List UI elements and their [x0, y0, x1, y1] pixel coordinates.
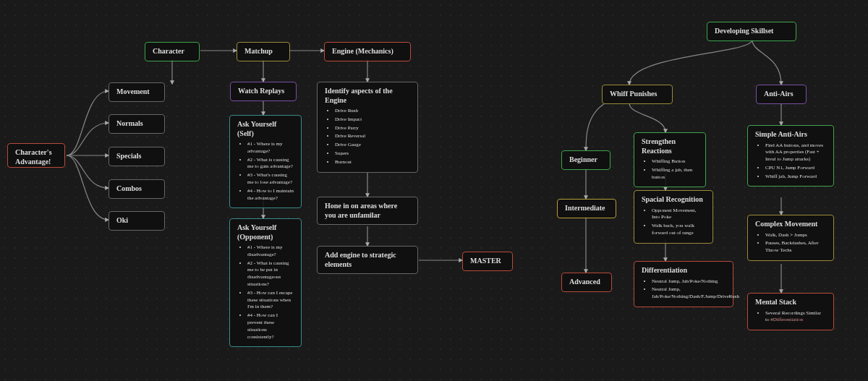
movement-node[interactable]: Movement	[109, 82, 165, 102]
normals-node[interactable]: Normals	[109, 114, 165, 134]
hone-node[interactable]: Hone in on areas where you are unfamilar	[317, 197, 418, 225]
spacial-node[interactable]: Spacial Recognition Opponent Movement, I…	[634, 190, 713, 244]
intermediate-node[interactable]: Intermediate	[557, 199, 616, 218]
character-node[interactable]: Character	[145, 42, 200, 61]
mental-stack-list: Several Recordings Similar to #Different…	[755, 310, 826, 325]
beginner-node[interactable]: Beginner	[561, 150, 610, 170]
ask-opp-list: #1 - Where is my disadvantage? #2 - What…	[237, 244, 294, 341]
complex-move-list: Walk, Dash > Jumps Pauses, Backdashes, A…	[755, 232, 826, 254]
add-engine-node[interactable]: Add engine to strategic elements	[317, 246, 418, 274]
strengthen-title: Strengthen Reactions	[642, 137, 698, 155]
differentiation-node[interactable]: Differentiation Neutral Jump, Jab/Poke/N…	[634, 261, 733, 307]
watch-replays-node[interactable]: Watch Replays	[230, 82, 297, 101]
mental-stack-link[interactable]: #Differentiation	[770, 317, 803, 322]
ask-self-list: #1 - Where is my advantage? #2 - What is…	[237, 141, 294, 202]
engine-node[interactable]: Engine (Mechanics)	[324, 42, 411, 61]
strengthen-list: Whiffing Button Whiffing a jab, then but…	[642, 158, 698, 181]
simple-aa-title: Simple Anti-Airs	[755, 130, 826, 140]
spacial-list: Opponent Movement, Into Poke Walk back, …	[642, 207, 705, 237]
master-node[interactable]: MASTER	[462, 252, 513, 271]
complex-move-node[interactable]: Complex Movement Walk, Dash > Jumps Paus…	[747, 215, 834, 261]
skillset-node[interactable]: Developing Skillset	[707, 22, 796, 41]
identify-engine-node[interactable]: Identify aspects of the Engine Drive Rus…	[317, 82, 418, 173]
mental-stack-node[interactable]: Mental Stack Several Recordings Similar …	[747, 293, 834, 330]
matchup-node[interactable]: Matchup	[237, 42, 290, 61]
whiff-node[interactable]: Whiff Punishes	[602, 85, 673, 104]
identify-engine-list: Drive Rush Drive Impact Drive Parry Driv…	[325, 108, 410, 166]
spacial-title: Spacial Recognition	[642, 195, 705, 205]
differentiation-title: Differentiation	[642, 266, 726, 275]
simple-aa-node[interactable]: Simple Anti-Airs Find AA buttons, and mo…	[747, 125, 834, 187]
ask-self-title: Ask Yourself (Self)	[237, 120, 294, 138]
simple-aa-list: Find AA buttons, and moves with AA prope…	[755, 142, 826, 181]
mental-stack-title: Mental Stack	[755, 298, 826, 307]
specials-node[interactable]: Specials	[109, 147, 165, 166]
antiairs-node[interactable]: Anti-Airs	[756, 85, 807, 104]
ask-self-node[interactable]: Ask Yourself (Self) #1 - Where is my adv…	[229, 115, 302, 208]
ask-opp-title: Ask Yourself (Opponent)	[237, 223, 294, 241]
strengthen-node[interactable]: Strengthen Reactions Whiffing Button Whi…	[634, 132, 706, 187]
identify-engine-title: Identify aspects of the Engine	[325, 87, 410, 105]
ask-opp-node[interactable]: Ask Yourself (Opponent) #1 - Where is my…	[229, 218, 302, 347]
complex-move-title: Complex Movement	[755, 220, 826, 229]
differentiation-list: Neutral Jump, Jab/Poke/Nothing Neutral J…	[642, 278, 726, 301]
advanced-node[interactable]: Advanced	[561, 273, 612, 292]
oki-node[interactable]: Oki	[109, 211, 165, 231]
root-node[interactable]: Character's Advantage!	[7, 143, 65, 168]
combos-node[interactable]: Combos	[109, 179, 165, 199]
